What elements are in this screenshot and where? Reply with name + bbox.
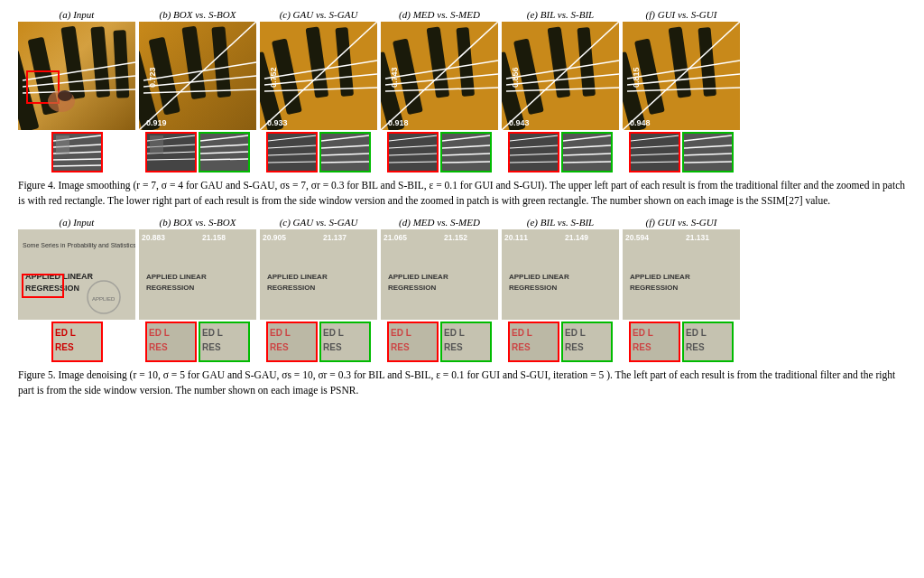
fig4-sub-c-red (266, 132, 318, 172)
fig4-label-b: (b) BOX vs. S-BOX (160, 9, 236, 20)
svg-text:ED L: ED L (202, 328, 223, 338)
fig5-cell-d: (d) MED vs. S-MED APPLIED LINEAR REGRESS… (381, 217, 498, 362)
svg-text:0.948: 0.948 (630, 118, 651, 127)
svg-text:0.919: 0.919 (146, 118, 167, 127)
svg-text:0.856: 0.856 (511, 67, 520, 88)
fig4-e-main: 0.856 0.943 (502, 22, 619, 130)
fig5-d-main: APPLIED LINEAR REGRESSION 21.065 21.152 (381, 229, 498, 320)
svg-line-124 (684, 162, 733, 163)
fig5-sub-c: ED L RES ED L RES (266, 322, 371, 362)
svg-text:RES: RES (202, 342, 221, 352)
fig5-label-d: (d) MED vs. S-MED (399, 217, 480, 228)
fig4-sub-b-red (145, 132, 197, 172)
fig4-input-svg (18, 22, 135, 130)
svg-text:ED L: ED L (149, 328, 170, 338)
fig4-sub-a-red (51, 132, 103, 172)
svg-rect-52 (268, 134, 317, 172)
svg-text:REGRESSION: REGRESSION (509, 284, 558, 292)
svg-rect-18 (56, 135, 69, 154)
svg-text:APPLIED LINEAR: APPLIED LINEAR (388, 273, 448, 281)
svg-text:RES: RES (149, 342, 168, 352)
svg-text:RES: RES (55, 342, 74, 352)
svg-text:0.723: 0.723 (148, 67, 157, 88)
svg-text:APPLIED LINEAR: APPLIED LINEAR (146, 273, 207, 281)
fig5-cell-e: (e) BIL vs. S-BIL APPLIED LINEAR REGRESS… (502, 217, 619, 362)
svg-text:0.943: 0.943 (509, 118, 530, 127)
svg-text:REGRESSION: REGRESSION (630, 284, 679, 292)
fig4-sub-f-green (682, 132, 734, 172)
svg-text:ED L: ED L (323, 328, 344, 338)
fig4-cell-c: (c) GAU vs. S-GAU 0.752 0.933 (260, 9, 377, 172)
svg-text:RES: RES (633, 342, 651, 352)
svg-text:21.158: 21.158 (202, 233, 226, 242)
svg-text:APPLIED LINEAR: APPLIED LINEAR (267, 273, 328, 281)
svg-text:RES: RES (512, 342, 531, 352)
fig4-sub-e-red (508, 132, 559, 172)
svg-line-40 (200, 159, 249, 160)
svg-text:RES: RES (565, 342, 584, 352)
fig4-label-c: (c) GAU vs. S-GAU (280, 9, 358, 20)
svg-text:RES: RES (391, 342, 410, 352)
svg-text:APPLIED: APPLIED (92, 296, 116, 302)
fig4-sub-a (51, 132, 103, 172)
figure5-section: (a) Input Some Series in Probability and… (18, 217, 906, 399)
fig5-cell-c: (c) GAU vs. S-GAU APPLIED LINEAR REGRESS… (260, 217, 377, 362)
svg-text:ED L: ED L (686, 328, 707, 338)
svg-text:ED L: ED L (512, 328, 532, 338)
fig5-e-main: APPLIED LINEAR REGRESSION 20.111 21.149 (502, 229, 619, 320)
svg-rect-94 (510, 134, 559, 172)
svg-line-16 (53, 159, 102, 160)
svg-text:20.594: 20.594 (625, 233, 649, 242)
fig4-d-main: 0.743 0.918 (381, 22, 498, 130)
fig5-sub-d-red: ED L RES (387, 322, 439, 362)
fig5-label-f: (f) GUI vs. S-GUI (646, 217, 717, 228)
svg-point-11 (58, 90, 72, 101)
svg-line-103 (563, 162, 612, 163)
svg-text:20.905: 20.905 (263, 233, 286, 242)
svg-rect-78 (442, 134, 491, 172)
fig4-sub-c (266, 132, 371, 172)
fig4-sub-b (145, 132, 250, 172)
fig5-sub-f: ED L RES ED L RES (629, 322, 734, 362)
svg-rect-35 (150, 135, 163, 154)
fig5-label-a: (a) Input (60, 217, 95, 228)
fig5-cell-a: (a) Input Some Series in Probability and… (18, 217, 135, 362)
svg-line-82 (442, 162, 491, 163)
fig4-cell-f: (f) GUI vs. S-GUI 0.815 0.948 (623, 9, 740, 172)
fig5-a-main: Some Series in Probability and Statistic… (18, 229, 135, 320)
svg-line-61 (321, 162, 370, 163)
fig5-sub-d-green: ED L RES (440, 322, 492, 362)
svg-text:RES: RES (444, 342, 463, 352)
svg-text:RES: RES (270, 342, 289, 352)
svg-text:21.149: 21.149 (565, 233, 588, 242)
fig5-sub-f-green: ED L RES (682, 322, 734, 362)
svg-rect-73 (389, 134, 438, 172)
figure4-caption: Figure 4. Image smoothing (r = 7, σ = 4 … (18, 178, 906, 210)
svg-text:20.883: 20.883 (142, 233, 165, 242)
svg-line-17 (53, 165, 102, 166)
fig4-cell-d: (d) MED vs. S-MED 0.743 0.918 (381, 9, 498, 172)
fig4-sub-e-green (561, 132, 613, 172)
fig4-label-a: (a) Input (60, 9, 95, 20)
svg-text:RES: RES (323, 342, 342, 352)
fig5-label-c: (c) GAU vs. S-GAU (280, 217, 358, 228)
fig5-sub-c-red: ED L RES (266, 322, 318, 362)
fig5-f-main: APPLIED LINEAR REGRESSION 20.594 21.131 (623, 229, 740, 320)
fig5-label-e: (e) BIL vs. S-BIL (527, 217, 594, 228)
fig4-sub-f-red (629, 132, 680, 172)
fig5-sub-a: ED L RES (51, 322, 103, 362)
fig5-b-main: APPLIED LINEAR REGRESSION 20.883 21.158 (139, 229, 256, 320)
fig4-f-main: 0.815 0.948 (623, 22, 740, 130)
fig5-sub-e-green: ED L RES (561, 322, 613, 362)
svg-text:REGRESSION: REGRESSION (388, 284, 437, 292)
fig4-label-f: (f) GUI vs. S-GUI (646, 9, 717, 20)
svg-rect-57 (321, 134, 370, 172)
fig4-c-main: 0.752 0.933 (260, 22, 377, 130)
svg-text:0.752: 0.752 (269, 67, 278, 88)
fig4-b-main: 0.723 0.919 (139, 22, 256, 130)
svg-text:REGRESSION: REGRESSION (267, 284, 316, 292)
svg-text:RES: RES (686, 342, 705, 352)
fig5-c-main: APPLIED LINEAR REGRESSION 20.905 21.137 (260, 229, 377, 320)
svg-text:20.111: 20.111 (504, 233, 528, 242)
svg-text:ED L: ED L (270, 328, 291, 338)
